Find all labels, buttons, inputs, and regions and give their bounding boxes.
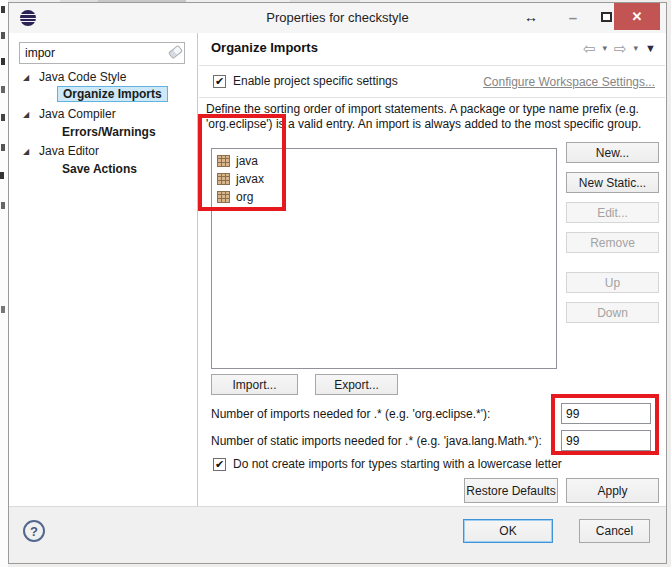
properties-dialog: Properties for checkstyle ↔ – ✕ ◢ Java C…: [8, 2, 667, 564]
remove-button[interactable]: Remove: [566, 232, 659, 253]
up-button[interactable]: Up: [566, 272, 659, 293]
close-button[interactable]: ✕: [614, 3, 660, 30]
enable-project-settings-checkbox[interactable]: ✔: [213, 75, 226, 88]
page-navigation: ⇦ ▾ ⇨ ▾ ▼: [583, 41, 656, 56]
background-text-fragments: [1, 6, 5, 13]
static-imports-needed-label: Number of static imports needed for .* (…: [211, 434, 542, 448]
filter-input[interactable]: [19, 42, 185, 64]
enable-project-settings-label: Enable project specific settings: [233, 74, 398, 88]
new-button[interactable]: New...: [566, 142, 659, 163]
tree-expanded-icon[interactable]: ◢: [23, 110, 37, 119]
apply-button[interactable]: Apply: [566, 478, 659, 503]
back-arrow-icon[interactable]: ⇦: [583, 41, 596, 56]
lowercase-imports-row: ✔ Do not create imports for types starti…: [213, 457, 562, 471]
separator: [199, 97, 665, 98]
resize-icon[interactable]: ↔: [520, 3, 542, 31]
page-title: Organize Imports: [211, 40, 318, 55]
configure-workspace-settings-link[interactable]: Configure Workspace Settings...: [483, 75, 655, 89]
edit-button[interactable]: Edit...: [566, 202, 659, 223]
imports-needed-label: Number of imports needed for .* (e.g. 'o…: [211, 407, 490, 421]
annotation-box-import-groups: [198, 114, 286, 211]
sidebar-item-errors-warnings[interactable]: Errors/Warnings: [9, 123, 161, 141]
tree-expanded-icon[interactable]: ◢: [23, 73, 37, 82]
down-button[interactable]: Down: [566, 302, 659, 323]
sidebar-item-java-code-style[interactable]: ◢ Java Code Style: [9, 68, 126, 86]
sidebar-item-save-actions[interactable]: Save Actions: [9, 160, 142, 178]
back-dropdown-icon[interactable]: ▾: [602, 44, 607, 53]
dialog-footer: ? OK Cancel: [9, 506, 666, 563]
new-static-button[interactable]: New Static...: [566, 172, 659, 193]
cancel-button[interactable]: Cancel: [579, 519, 650, 543]
annotation-box-number-fields: [551, 394, 659, 455]
minimize-button[interactable]: –: [562, 3, 584, 31]
forward-dropdown-icon[interactable]: ▾: [634, 44, 639, 53]
sidebar-item-java-compiler[interactable]: ◢ Java Compiler: [9, 105, 116, 123]
sidebar-item-organize-imports[interactable]: Organize Imports: [9, 85, 168, 103]
sidebar-divider[interactable]: [197, 33, 198, 506]
ok-button[interactable]: OK: [463, 519, 553, 543]
restore-defaults-button[interactable]: Restore Defaults: [464, 478, 558, 503]
separator: [199, 65, 665, 66]
tree-expanded-icon[interactable]: ◢: [23, 147, 37, 156]
help-button[interactable]: ?: [23, 520, 45, 542]
view-menu-icon[interactable]: ▼: [645, 43, 656, 54]
import-button[interactable]: Import...: [211, 374, 298, 395]
sidebar-item-java-editor[interactable]: ◢ Java Editor: [9, 142, 99, 160]
enable-project-settings-row: ✔ Enable project specific settings: [213, 74, 398, 88]
maximize-icon: [601, 12, 612, 22]
title-bar[interactable]: Properties for checkstyle ↔ – ✕: [9, 3, 666, 33]
lowercase-imports-checkbox[interactable]: ✔: [213, 458, 226, 471]
forward-arrow-icon[interactable]: ⇨: [614, 41, 627, 56]
export-button[interactable]: Export...: [315, 374, 398, 395]
background-window-sliver: [0, 0, 8, 567]
lowercase-imports-label: Do not create imports for types starting…: [233, 457, 562, 471]
